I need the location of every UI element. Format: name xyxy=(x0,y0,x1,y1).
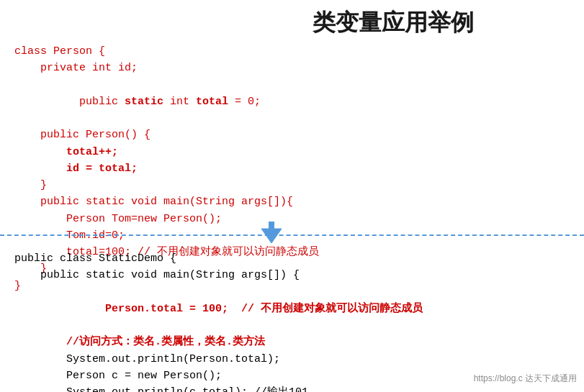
arrow-down-indicator xyxy=(257,222,286,252)
arrow-down-svg xyxy=(257,222,286,249)
code-line-u6: id = total; xyxy=(14,160,319,177)
code-line-u5: total++; xyxy=(14,144,319,160)
svg-rect-1 xyxy=(269,222,274,230)
code-text: public static int total = 0; xyxy=(53,96,261,108)
code-text: private int id; xyxy=(14,62,138,74)
code-text: class Person { xyxy=(14,45,105,58)
code-text: System.out.println(c.total); //输出101 xyxy=(14,386,308,392)
svg-marker-0 xyxy=(261,229,282,243)
code-text: //访问方式：类名.类属性，类名.类方法 xyxy=(14,336,265,348)
code-line-l6: Person c = new Person(); xyxy=(14,368,423,384)
code-text: System.out.println(Person.total); xyxy=(14,353,280,365)
code-line-u3: public static int total = 0; xyxy=(14,77,319,127)
code-text: total++; xyxy=(14,146,118,158)
main-container: 类变量应用举例 class Person { private int id; p… xyxy=(0,0,584,392)
code-line-l2: public static void main(String args[]) { xyxy=(14,267,423,283)
divider-line xyxy=(0,234,584,236)
watermark: https://blog.c 达天下成通用 xyxy=(474,373,577,385)
code-text: public Person() { xyxy=(14,129,151,141)
code-text: Person.total = 100; // 不用创建对象就可以访问静态成员 xyxy=(53,303,423,315)
code-text: id = total; xyxy=(14,163,138,175)
code-line-l1: public class StaticDemo { xyxy=(14,250,423,267)
lower-code-section: public class StaticDemo { public static … xyxy=(14,250,423,392)
code-text: } xyxy=(14,179,47,191)
page-title: 类变量应用举例 xyxy=(216,7,570,39)
code-text: public class StaticDemo { xyxy=(14,252,176,265)
code-text: Person c = new Person(); xyxy=(14,370,222,382)
code-line-u4: public Person() { xyxy=(14,127,319,143)
code-line-l3: Person.total = 100; // 不用创建对象就可以访问静态成员 xyxy=(14,284,423,334)
code-line-u1: class Person { xyxy=(14,43,319,60)
divider-section xyxy=(0,222,584,250)
code-line-l7: System.out.println(c.total); //输出101 xyxy=(14,384,423,392)
code-text: public static void main(String args[]){ xyxy=(14,196,293,208)
code-line-u8: public static void main(String args[]){ xyxy=(14,193,319,210)
code-text: public static void main(String args[]) { xyxy=(14,269,300,281)
code-line-l5: System.out.println(Person.total); xyxy=(14,351,423,368)
code-line-u2: private int id; xyxy=(14,60,319,76)
code-line-u7: } xyxy=(14,177,319,193)
code-line-l4: //访问方式：类名.类属性，类名.类方法 xyxy=(14,334,423,350)
